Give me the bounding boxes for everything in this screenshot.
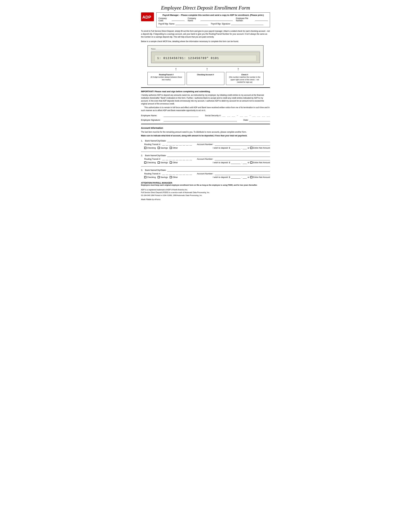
account2-checking[interactable]: Checking [144, 161, 156, 164]
ssn-format[interactable]: __ __ __ - __ __ - __ __ __ __ [222, 114, 270, 117]
account1-row2: Routing Transit #: __ __ __ __ __ __ __ … [144, 143, 270, 146]
account1-other-box[interactable] [170, 147, 172, 149]
account3-deposit-cents[interactable] [243, 176, 247, 179]
footer-section: ADP is a registered trademark of ADP of … [141, 188, 270, 197]
account1-savings[interactable]: Savings [158, 147, 168, 149]
employee-file-field: Employee File Number: [236, 17, 268, 22]
account2-other[interactable]: Other [170, 161, 178, 164]
callout3-title: Check # [241, 74, 248, 76]
callout3-desc: (this number matches the number in the u… [229, 76, 260, 83]
callout-box-routing: Routing/Transit # (A 9-digit number alwa… [147, 72, 185, 85]
arrow2: ↑ [206, 67, 208, 71]
account2-deposit-amount[interactable] [231, 161, 240, 164]
employee-name-field[interactable] [163, 114, 198, 117]
important-heading: IMPORTANT! Please read and sign before c… [141, 90, 270, 93]
account3-checking[interactable]: Checking [144, 176, 156, 178]
divider1 [141, 87, 270, 88]
company-code-value[interactable] [172, 18, 184, 21]
account3-routing-label: Routing Transit #: [144, 172, 161, 175]
account1-acct-value[interactable] [215, 143, 270, 146]
arrow1: ↑ [175, 67, 177, 71]
account3-checking-label: Checking [147, 176, 156, 178]
account3-routing-dashes[interactable]: __ __ __ __ __ __ __ __ __ [162, 172, 192, 175]
account1-deposit-cents[interactable] [243, 147, 247, 149]
intro-paragraph1: To enroll in Full Service Direct Deposit… [141, 30, 270, 38]
account-entry-1: 1. Bank Name/City/State: Routing Transit… [141, 140, 270, 149]
employee-sig-label: Employee Signature: [141, 119, 162, 121]
callout1-title: Routing/Transit # [159, 74, 174, 76]
account3-row2: Routing Transit #: __ __ __ __ __ __ __ … [144, 172, 270, 175]
account3-entire-net-box[interactable] [250, 176, 252, 178]
payroll-sig-value[interactable] [231, 23, 263, 25]
account3-deposit-label: I wish to deposit: $ [213, 176, 230, 178]
attention-title: ATTENTION PAYROLL MANAGER: [141, 182, 270, 184]
intro-paragraph2: Below is a sample check MICR line, detai… [141, 40, 270, 43]
account1-bank-value[interactable] [167, 140, 270, 142]
account-entry-2: 2. Bank Name/City/State: Routing Transit… [141, 154, 270, 164]
account2-entire-net-label: Entire Net Amount [253, 161, 270, 164]
important-p1: I hereby authorize ADP to deposit any am… [141, 94, 270, 105]
account1-num: 1. [141, 140, 144, 142]
account2-routing-label: Routing Transit #: [144, 158, 161, 160]
account3-other-box[interactable] [170, 176, 172, 178]
account3-entire-net[interactable]: Entire Net Amount [250, 176, 270, 178]
company-name-label: Company Name: [188, 17, 200, 22]
account1-deposit-wish: I wish to deposit: $ . or Entire Net Amo… [213, 147, 270, 149]
company-name-value[interactable] [201, 18, 233, 21]
account2-routing-dashes[interactable]: __ __ __ __ __ __ __ __ __ [162, 158, 192, 160]
account2-entire-net[interactable]: Entire Net Amount [250, 161, 270, 164]
account2-bank-value[interactable] [167, 154, 270, 157]
account3-row1: 3. Bank Name/City/State: [141, 169, 270, 171]
account3-bank-value[interactable] [167, 169, 270, 171]
footer-line3: 02-184-049 10M Printed in USA ©1999, 199… [141, 194, 270, 197]
employee-file-value[interactable] [255, 18, 268, 21]
account-info-heading: Account Information [141, 127, 270, 129]
account1-deposit-label: I wish to deposit: $ [213, 147, 230, 149]
attention-subtitle: Employers must keep each original employ… [141, 184, 270, 186]
account2-savings-box[interactable] [158, 162, 160, 164]
account2-checkboxes: Checking Savings Other [144, 161, 178, 164]
callout-boxes: Routing/Transit # (A 9-digit number alwa… [147, 72, 264, 85]
account2-checking-box[interactable] [144, 162, 146, 164]
divider2 [141, 124, 270, 124]
account1-other[interactable]: Other [170, 147, 178, 149]
header-fields-row2: Payroll Mgr. Name: Payroll Mgr. Signatur… [158, 23, 268, 25]
account2-acct-value[interactable] [215, 158, 270, 160]
date-field[interactable] [249, 119, 270, 121]
account3-other[interactable]: Other [170, 176, 178, 178]
account1-row3: Checking Savings Other I wish to deposit… [144, 147, 270, 149]
account-info-p2: Make sure to indicate what kind of accou… [141, 134, 270, 137]
account3-deposit-amount[interactable] [231, 176, 240, 179]
important-section: IMPORTANT! Please read and sign before c… [141, 90, 270, 112]
account3-acct-value[interactable] [215, 172, 270, 175]
account1-checking[interactable]: Checking [144, 147, 156, 149]
account1-entire-net[interactable]: Entire Net Amount [250, 147, 270, 149]
account1-savings-box[interactable] [158, 147, 160, 149]
account2-savings[interactable]: Savings [158, 161, 168, 164]
arrow3: ↑ [237, 67, 239, 71]
account2-row1: 2. Bank Name/City/State: [141, 154, 270, 157]
account2-deposit-wish: I wish to deposit: $ . or Entire Net Amo… [213, 161, 270, 164]
account1-deposit-amount[interactable] [231, 147, 240, 149]
payroll-mgr-label: Payroll Mgr. Name: [158, 23, 175, 25]
employee-sig-field[interactable] [163, 119, 237, 121]
account1-checking-box[interactable] [144, 147, 146, 149]
date-label: Date: [243, 119, 270, 121]
account1-bank-label: Bank Name/City/State: [145, 140, 166, 142]
footer-line2: Full Service Direct Deposit (FSDD) is a … [141, 191, 270, 194]
header-bold-instruction: Payroll Manager – Please complete this s… [158, 14, 268, 16]
account2-entire-net-box[interactable] [250, 162, 252, 164]
page-title-section: Employee Direct Deposit Enrollment Form [141, 5, 270, 11]
account1-or-label: or [248, 147, 249, 149]
account2-other-label: Other [172, 161, 178, 164]
account2-deposit-cents[interactable] [243, 161, 247, 164]
account1-routing-dashes[interactable]: __ __ __ __ __ __ __ __ __ [162, 143, 192, 145]
payroll-mgr-value[interactable] [175, 23, 208, 25]
account1-entire-net-box[interactable] [250, 147, 252, 149]
account3-savings[interactable]: Savings [158, 176, 168, 178]
account2-num: 2. [141, 154, 144, 157]
account2-other-box[interactable] [170, 162, 172, 164]
account3-savings-box[interactable] [158, 176, 160, 178]
company-name-field: Company Name: [188, 17, 233, 22]
account3-checking-box[interactable] [144, 176, 146, 178]
